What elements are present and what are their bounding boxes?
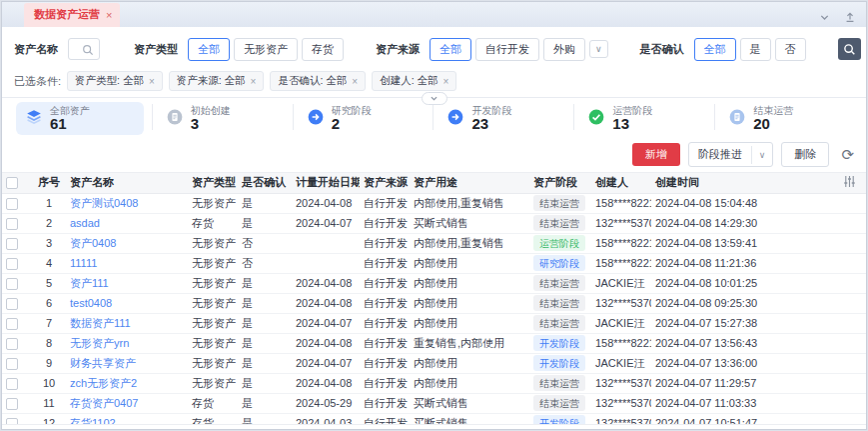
cell-creator: 158****8221 (591, 253, 651, 273)
cell-start-date: 2024-04-08 (292, 193, 360, 213)
asset-name-link[interactable]: 存货资产0407 (70, 397, 138, 409)
cell-start-date: 2024-04-07 (292, 313, 360, 333)
search-button[interactable] (838, 38, 862, 60)
asset-name-link[interactable]: 资产测试0408 (70, 197, 138, 209)
asset-type-option[interactable]: 存货 (302, 38, 344, 61)
column-header: 资产来源 (360, 173, 410, 193)
cell-confirmed: 是 (238, 213, 292, 233)
layers-icon (26, 109, 42, 129)
column-header: 创建人 (591, 173, 651, 193)
collapse-toggle[interactable] (422, 92, 447, 105)
tag-close-icon[interactable]: × (442, 76, 448, 87)
stat-card-全部资产[interactable]: 全部资产61 (16, 102, 144, 135)
row-checkbox-cell (2, 413, 32, 424)
column-header: 资产用途 (410, 173, 529, 193)
confirm-option[interactable]: 是 (740, 38, 771, 61)
row-checkbox[interactable] (6, 338, 18, 350)
asset-source-option[interactable]: 外购 (543, 38, 585, 61)
row-checkbox[interactable] (6, 198, 18, 210)
asset-name-link[interactable]: zch无形资产2 (70, 377, 137, 389)
cell-usage: 内部使用 (410, 293, 529, 313)
asset-name-link[interactable]: 存货1102 (70, 417, 116, 425)
delete-button[interactable]: 删除 (781, 142, 829, 167)
condition-tag[interactable]: 资产来源: 全部× (169, 71, 265, 91)
stat-card-研究阶段[interactable]: 研究阶段2 (298, 102, 426, 135)
asset-name-link[interactable]: asdad (70, 217, 100, 229)
stat-card-初始创建[interactable]: 初始创建3 (157, 102, 285, 135)
tag-close-icon[interactable]: × (352, 76, 358, 87)
cell-asset-type: 无形资产 (188, 253, 238, 273)
asset-name-link[interactable]: 资产111 (70, 277, 109, 289)
cell-source: 自行开发 (360, 253, 410, 273)
condition-tag[interactable]: 资产类型: 全部× (67, 71, 163, 91)
asset-source-option[interactable]: 自行开发 (475, 38, 539, 61)
cell-usage: 内部使用 (410, 313, 529, 333)
asset-name-link[interactable]: 财务共享资产 (70, 357, 136, 369)
asset-type-option[interactable]: 无形资产 (234, 38, 298, 61)
select-all-checkbox[interactable] (6, 177, 18, 189)
row-checkbox[interactable] (6, 378, 18, 390)
row-checkbox[interactable] (6, 278, 18, 290)
row-checkbox[interactable] (6, 238, 18, 250)
asset-source-option[interactable]: 全部 (430, 38, 471, 61)
cell-asset-name: 资产测试0408 (66, 193, 188, 213)
stat-card-运营阶段[interactable]: 运营阶段13 (578, 102, 706, 135)
stage-promote-dropdown-icon[interactable]: ∨ (751, 146, 773, 164)
column-header: 序号 (32, 173, 66, 193)
cell-asset-type: 无形资产 (188, 333, 238, 353)
expand-up-icon[interactable] (844, 11, 856, 23)
tab-close-icon[interactable]: × (106, 9, 112, 21)
asset-name-link[interactable]: test0408 (70, 297, 112, 309)
tab-data-asset-operation[interactable]: 数据资产运营 × (24, 3, 120, 27)
row-checkbox-cell (2, 193, 32, 213)
confirm-option[interactable]: 否 (775, 38, 806, 61)
stat-value: 2 (332, 116, 372, 132)
stage-promote-label[interactable]: 阶段推进 (689, 143, 751, 166)
stat-value: 23 (471, 116, 511, 132)
column-settings-icon[interactable] (843, 178, 856, 190)
add-button[interactable]: 新增 (632, 143, 680, 166)
stat-card-开发阶段[interactable]: 开发阶段23 (437, 102, 565, 135)
asset-type-option[interactable]: 全部 (188, 38, 230, 61)
tag-close-icon[interactable]: × (149, 76, 155, 87)
row-checkbox-cell (2, 353, 32, 373)
cell-stage: 研究阶段 (529, 253, 591, 273)
stat-card-结束运营[interactable]: 结束运营20 (719, 102, 847, 135)
asset-name-link[interactable]: 资产0408 (70, 237, 116, 249)
condition-tag[interactable]: 创建人: 全部× (372, 71, 456, 91)
cell-asset-type: 存货 (188, 393, 238, 413)
cell-stage: 结束运营 (529, 373, 591, 393)
asset-name-link[interactable]: 数据资产111 (70, 317, 131, 329)
row-checkbox[interactable] (6, 218, 18, 230)
cell-asset-name: 11111 (66, 253, 188, 273)
cell-source: 自行开发 (360, 333, 410, 353)
confirm-option[interactable]: 全部 (694, 38, 736, 61)
cell-asset-type: 无形资产 (188, 353, 238, 373)
cell-filler (783, 193, 866, 213)
row-checkbox[interactable] (6, 318, 18, 330)
row-checkbox-cell (2, 373, 32, 393)
row-checkbox[interactable] (6, 398, 18, 410)
chevron-down-icon[interactable] (819, 12, 830, 23)
cell-usage: 买断式销售 (410, 413, 529, 424)
tag-close-icon[interactable]: × (251, 76, 257, 87)
condition-tag[interactable]: 是否确认: 全部× (270, 71, 366, 91)
cell-index: 1 (32, 193, 66, 213)
table-row: 9财务共享资产无形资产是2024-04-07自行开发内部使用开发阶段JACKIE… (2, 353, 866, 373)
cell-confirmed: 是 (238, 333, 292, 353)
stage-promote-button[interactable]: 阶段推进 ∨ (688, 142, 774, 167)
asset-name-link[interactable]: 11111 (70, 257, 97, 269)
cell-start-date: 2024-05-29 (292, 393, 360, 413)
row-checkbox[interactable] (6, 298, 18, 310)
refresh-icon[interactable]: ⟳ (841, 148, 854, 162)
row-checkbox[interactable] (6, 358, 18, 370)
stage-badge: 结束运营 (533, 395, 585, 411)
table-header-row: 序号资产名称资产类型是否确认计量开始日期资产来源资产用途资产阶段创建人创建时间 (2, 173, 866, 193)
cell-created-at: 2024-04-08 09:25:30 (651, 293, 783, 313)
stage-badge: 研究阶段 (533, 255, 585, 271)
asset-source-more-dropdown[interactable]: ∨ (589, 40, 608, 58)
cell-created-at: 2024-04-07 11:29:57 (651, 373, 783, 393)
cell-usage: 内部使用,重复销售 (410, 233, 529, 253)
asset-name-link[interactable]: 无形资产yrn (70, 337, 129, 349)
row-checkbox[interactable] (6, 258, 18, 270)
